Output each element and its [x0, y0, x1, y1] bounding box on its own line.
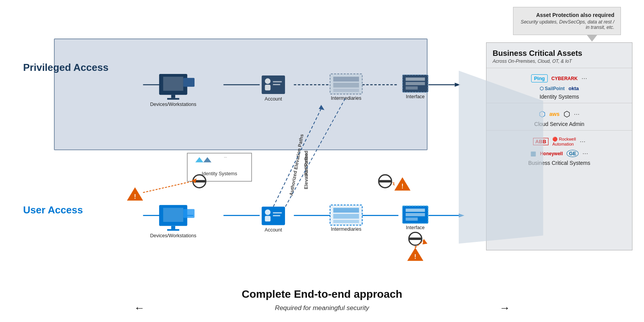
svg-point-73 [379, 175, 391, 188]
right-arrow: → [377, 302, 632, 314]
svg-rect-37 [167, 229, 179, 231]
svg-text:!: ! [401, 183, 403, 190]
left-arrow: ← [12, 302, 267, 314]
svg-rect-43 [273, 212, 282, 213]
svg-rect-56 [187, 153, 252, 181]
svg-rect-52 [406, 209, 425, 212]
svg-marker-82 [423, 239, 428, 245]
svg-rect-36 [171, 226, 175, 229]
logo-more-3: ··· [580, 138, 585, 146]
logo-ping: Ping [531, 74, 547, 82]
bca-subtitle: Across On-Premises, Cloud, OT, & IoT [493, 59, 626, 64]
svg-line-75 [392, 183, 394, 185]
svg-rect-51 [402, 206, 428, 223]
svg-rect-53 [406, 213, 425, 216]
logo-abb: ABB [533, 138, 548, 145]
svg-marker-76 [407, 248, 423, 261]
svg-rect-54 [406, 218, 418, 221]
bottom-title: Complete End-to-end approach [12, 288, 632, 300]
user-access-label: User Access [23, 204, 83, 216]
logo-more-1: ··· [582, 74, 587, 82]
bca-cloud-section: ⬡ aws ⬡ ··· Cloud Service Admin [486, 103, 632, 130]
logo-honeywell: Honeywell [540, 151, 563, 156]
svg-text:···: ··· [224, 155, 227, 159]
svg-text:Account: Account [265, 227, 282, 233]
svg-rect-40 [262, 206, 285, 225]
svg-marker-67 [127, 187, 143, 200]
privileged-box [54, 39, 428, 150]
svg-text:Interface: Interface [406, 225, 425, 230]
logo-azure: ⬡ [539, 109, 545, 119]
svg-rect-70 [193, 180, 205, 183]
logo-blue-icon: ▦ [530, 150, 536, 157]
bottom-arrows: ← Required for meaningful security → [12, 302, 632, 314]
callout-subtitle: Security updates, DevSecOps, data at res… [520, 19, 614, 30]
svg-marker-57 [195, 157, 203, 163]
svg-marker-33 [459, 213, 465, 217]
svg-rect-47 [333, 208, 359, 213]
svg-point-78 [409, 232, 422, 245]
svg-rect-48 [333, 214, 359, 219]
privileged-label: Privileged Access [23, 62, 109, 74]
logo-okta: okta [569, 86, 579, 91]
logo-aws: aws [549, 111, 559, 117]
bca-systems-section: ABB 🔴 RockwellAutomation ··· ▦ Honeywell… [486, 130, 632, 169]
logo-sailpoint: ⬡ SailPoint [540, 86, 565, 91]
svg-marker-5 [455, 83, 461, 87]
bca-box: Business Critical Assets Across On-Premi… [486, 42, 632, 250]
svg-rect-42 [265, 216, 271, 221]
svg-point-69 [193, 175, 206, 188]
svg-line-83 [143, 181, 192, 193]
svg-text:Elevation Paths: Elevation Paths [304, 153, 309, 189]
bca-cloud-label: Cloud Service Admin [493, 121, 626, 127]
bca-title: Business Critical Assets [493, 49, 626, 58]
asset-protection-callout: Asset Protection also required Security … [513, 7, 621, 35]
bca-cloud-logos: ⬡ aws ⬡ ··· [493, 109, 626, 119]
logo-more-4: ··· [582, 149, 588, 158]
logo-cyberark: CYBERARK [552, 76, 578, 81]
svg-rect-49 [333, 220, 359, 223]
bottom-subtitle: Required for meaningful security [275, 304, 369, 312]
diagram-area: Privileged Access User Access Business C… [12, 39, 632, 276]
bca-identity-logos: Ping CYBERARK ··· [493, 74, 626, 82]
svg-text:Devices/Workstations: Devices/Workstations [150, 233, 196, 238]
svg-point-41 [265, 210, 271, 215]
bca-systems-logos-1: ABB 🔴 RockwellAutomation ··· [493, 137, 626, 146]
svg-text:!: ! [414, 253, 416, 260]
bca-systems-label: Business Critical Systems [493, 160, 626, 166]
svg-text:Authorized: Authorized [304, 151, 309, 176]
bca-identity-label: Identity Systems [493, 94, 626, 100]
svg-line-81 [415, 240, 424, 248]
svg-rect-46 [330, 205, 362, 225]
bca-identity-logos-2: ⬡ SailPoint okta [493, 86, 626, 91]
svg-rect-44 [273, 215, 280, 216]
bottom-section: Complete End-to-end approach ← Required … [12, 288, 632, 314]
logo-more-2: ··· [574, 110, 580, 118]
main-container: Asset Protection also required Security … [0, 0, 644, 322]
bca-systems-logos-2: ▦ Honeywell GE ··· [493, 149, 626, 158]
callout-title: Asset Protection also required [520, 12, 614, 18]
logo-rockwell: 🔴 RockwellAutomation [552, 137, 576, 146]
logo-gcp: ⬡ [564, 109, 570, 119]
svg-text:!: ! [134, 193, 136, 200]
svg-text:Identity Systems: Identity Systems [202, 171, 237, 176]
svg-rect-35 [163, 208, 183, 222]
bca-identity-section: Ping CYBERARK ··· ⬡ SailPoint okta Ident… [486, 68, 632, 103]
svg-rect-74 [379, 180, 391, 183]
svg-marker-84 [192, 178, 197, 183]
svg-rect-34 [159, 205, 187, 226]
svg-marker-71 [394, 177, 411, 190]
logo-ge: GE [567, 150, 579, 157]
svg-line-85 [392, 182, 394, 183]
svg-rect-38 [183, 209, 195, 218]
svg-text:Intermediaries: Intermediaries [331, 226, 361, 232]
svg-rect-79 [409, 238, 421, 240]
svg-marker-58 [203, 157, 211, 163]
